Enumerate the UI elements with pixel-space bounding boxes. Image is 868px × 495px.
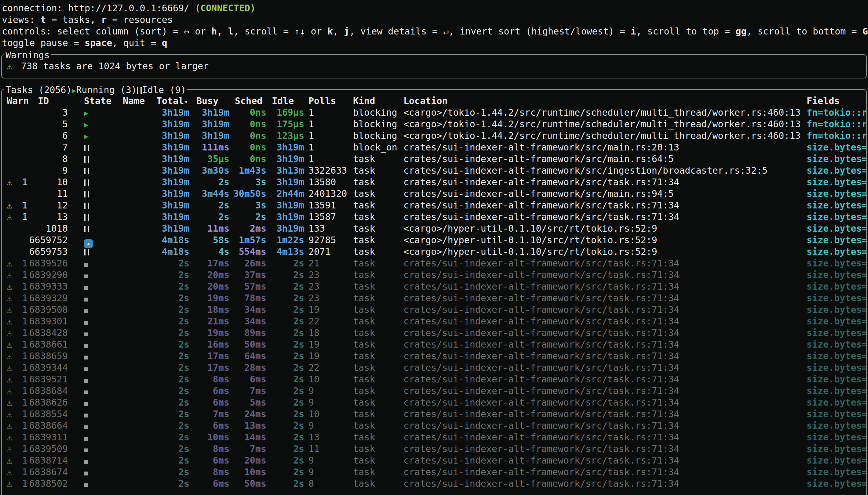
cell-total-duration: 2s <box>134 327 189 339</box>
completed-icon: ■ <box>84 434 88 442</box>
completed-icon: ■ <box>84 319 88 326</box>
cell-location: crates/sui-indexer-alt-framework/src/mai… <box>403 142 804 153</box>
task-row[interactable]: 3▶3h19m3h19m0ns169µs1blocking<cargo>/tok… <box>0 107 868 118</box>
task-row[interactable]: 6▶3h19m3h19m0ns123µs1blocking<cargo>/tok… <box>0 130 868 142</box>
cell-busy-duration: 3h19m <box>187 107 229 118</box>
cell-sched-duration: 57ms <box>224 281 266 292</box>
task-row[interactable]: ⚠1123h19m2s3s3h19m13591taskcrates/sui-in… <box>0 200 868 211</box>
cell-kind: task <box>353 374 402 385</box>
task-row[interactable]: ⚠16838674■2s8ms10ms2s9taskcrates/sui-ind… <box>0 466 868 478</box>
cell-polls: 1 <box>308 107 357 118</box>
cell-task-id: 6838674 <box>18 466 68 478</box>
task-row[interactable]: ⚠16838661■2s16ms50ms2s19taskcrates/sui-i… <box>0 339 868 351</box>
cell-state: ■ <box>84 397 88 409</box>
column-header-polls[interactable]: Polls <box>308 95 336 107</box>
cell-total-duration: 2s <box>134 258 189 269</box>
task-row[interactable]: ⚠16838626■2s6ms5ms2s9taskcrates/sui-inde… <box>0 397 868 408</box>
column-header-state[interactable]: State <box>84 95 112 107</box>
cell-fields: size.bytes= <box>807 269 866 281</box>
cell-location: crates/sui-indexer-alt-framework/src/tas… <box>403 455 804 466</box>
cell-kind: task <box>353 223 402 234</box>
cell-idle-duration: 4m13s <box>262 246 304 258</box>
cell-fields: size.bytes= <box>807 211 866 223</box>
task-row[interactable]: ⚠16838714■2s6ms20ms2s9taskcrates/sui-ind… <box>0 455 868 466</box>
cell-task-id: 6838502 <box>18 478 68 490</box>
cell-task-id: 6838554 <box>18 408 68 420</box>
cell-state: ■ <box>84 420 88 432</box>
column-header-location[interactable]: Location <box>403 95 448 107</box>
paused-icon <box>84 249 89 255</box>
task-row[interactable]: ⚠16839526■2s17ms26ms2s21taskcrates/sui-i… <box>0 258 868 269</box>
cell-task-id: 6838684 <box>18 385 68 397</box>
cell-total-duration: 3h19m <box>134 223 189 234</box>
column-header-label: Warn <box>7 96 29 106</box>
cell-polls: 9 <box>308 466 357 478</box>
warning-icon: ⚠ <box>7 397 19 408</box>
cell-polls: 10 <box>308 408 357 420</box>
task-row[interactable]: ⚠16839509■2s8ms7ms2s11taskcrates/sui-ind… <box>0 443 868 455</box>
cell-fields: size.bytes= <box>807 200 866 211</box>
task-row[interactable]: ⚠16838684■2s6ms7ms2s9taskcrates/sui-inde… <box>0 385 868 397</box>
task-row[interactable]: ⚠16838659■2s17ms64ms2s19taskcrates/sui-i… <box>0 351 868 362</box>
task-row[interactable]: 83h19m35µs0ns3h19m1taskcrates/sui-indexe… <box>0 153 868 165</box>
cell-fields: size.bytes= <box>807 188 866 200</box>
cell-busy-duration: 3h19m <box>187 118 229 130</box>
task-row[interactable]: ⚠1133h19m2s2s3h19m13587taskcrates/sui-in… <box>0 211 868 223</box>
column-header-id[interactable]: ID <box>38 95 49 107</box>
cell-kind: task <box>353 351 402 362</box>
task-row[interactable]: 6659752▲4m18s58s1m57s1m22s92785task<carg… <box>0 234 868 246</box>
cell-busy-duration: 2s <box>187 176 229 188</box>
task-row[interactable]: 73h19m111ms0ns3h19m1block_oncrates/sui-i… <box>0 142 868 153</box>
column-header-total[interactable]: Total▾ <box>156 95 188 107</box>
column-header-busy[interactable]: Busy <box>196 95 218 107</box>
column-header-kind[interactable]: Kind <box>353 95 375 107</box>
task-row[interactable]: ⚠16839344■2s17ms28ms2s22taskcrates/sui-i… <box>0 362 868 374</box>
column-header-label: Sched <box>235 96 262 106</box>
cell-location: crates/sui-indexer-alt-framework/src/tas… <box>403 269 804 281</box>
cell-fields: size.bytes= <box>807 443 866 455</box>
cell-total-duration: 2s <box>134 339 189 351</box>
tasks-panel-title: Tasks (2056)▶Running (3)Idle (9) <box>4 84 187 96</box>
cell-state: ■ <box>84 374 88 386</box>
task-row[interactable]: ⚠16839311■2s10ms14ms2s13taskcrates/sui-i… <box>0 431 868 443</box>
task-row[interactable]: ⚠16838502■2s6ms50ms2s8taskcrates/sui-ind… <box>0 478 868 490</box>
task-row[interactable]: 93h19m3m30s1m43s3h13m3322633taskcrates/s… <box>0 165 868 176</box>
task-row[interactable]: ⚠16839521■2s8ms6ms2s10taskcrates/sui-ind… <box>0 374 868 385</box>
cell-idle-duration: 3h19m <box>262 176 304 188</box>
cell-location: crates/sui-indexer-alt-framework/src/tas… <box>403 327 804 339</box>
cell-state: ▶ <box>84 118 88 131</box>
column-header-idle[interactable]: Idle <box>272 95 294 107</box>
task-row[interactable]: ⚠16839301■2s21ms34ms2s22taskcrates/sui-i… <box>0 315 868 327</box>
sort-indicator-icon: ▾ <box>184 97 188 106</box>
cell-fields: size.bytes= <box>807 374 866 385</box>
task-row[interactable]: ⚠16839333■2s20ms57ms2s23taskcrates/sui-i… <box>0 281 868 292</box>
cell-location: crates/sui-indexer-alt-framework/src/mai… <box>403 153 804 165</box>
cell-polls: 11 <box>308 443 357 455</box>
task-row[interactable]: ⚠16839329■2s19ms78ms2s23taskcrates/sui-i… <box>0 292 868 304</box>
task-row[interactable]: 5▶3h19m3h19m0ns175µs1blocking<cargo>/tok… <box>0 118 868 130</box>
cell-kind: task <box>353 153 402 165</box>
running-icon: ▶ <box>84 109 88 118</box>
task-row[interactable]: 10183h19m11ms2ms3h19m133task<cargo>/hype… <box>0 223 868 234</box>
cell-state: ■ <box>84 362 88 374</box>
cell-kind: task <box>353 443 402 455</box>
cell-sched-duration: 1m43s <box>224 165 266 176</box>
cell-polls: 13 <box>308 431 357 443</box>
cell-state <box>84 142 89 153</box>
column-header-sched[interactable]: Sched <box>235 95 262 107</box>
task-row[interactable]: ⚠16838428■2s19ms89ms2s18taskcrates/sui-i… <box>0 327 868 339</box>
cell-location: <cargo>/hyper-util-0.1.10/src/rt/tokio.r… <box>403 223 804 234</box>
task-row[interactable]: ⚠16838664■2s6ms13ms2s9taskcrates/sui-ind… <box>0 420 868 431</box>
cell-state: ■ <box>84 408 88 421</box>
task-row[interactable]: 113h19m3m44s30m50s2h44m2401320taskcrates… <box>0 188 868 200</box>
column-header-fields[interactable]: Fields <box>807 95 839 107</box>
task-row[interactable]: ⚠1103h19m2s3s3h19m13580taskcrates/sui-in… <box>0 176 868 188</box>
task-row[interactable]: ⚠16838554■2s7ms24ms2s10taskcrates/sui-in… <box>0 408 868 420</box>
task-row[interactable]: ⚠16839508■2s18ms34ms2s19taskcrates/sui-i… <box>0 304 868 315</box>
column-header-name[interactable]: Name <box>123 95 145 107</box>
task-row[interactable]: 66597534m18s4s554ms4m13s2071task<cargo>/… <box>0 246 868 258</box>
column-header-warn[interactable]: Warn <box>7 95 29 107</box>
cell-idle-duration: 2s <box>262 327 304 339</box>
task-row[interactable]: ⚠16839290■2s20ms37ms2s23taskcrates/sui-i… <box>0 269 868 281</box>
cell-task-id: 6838626 <box>18 397 68 408</box>
